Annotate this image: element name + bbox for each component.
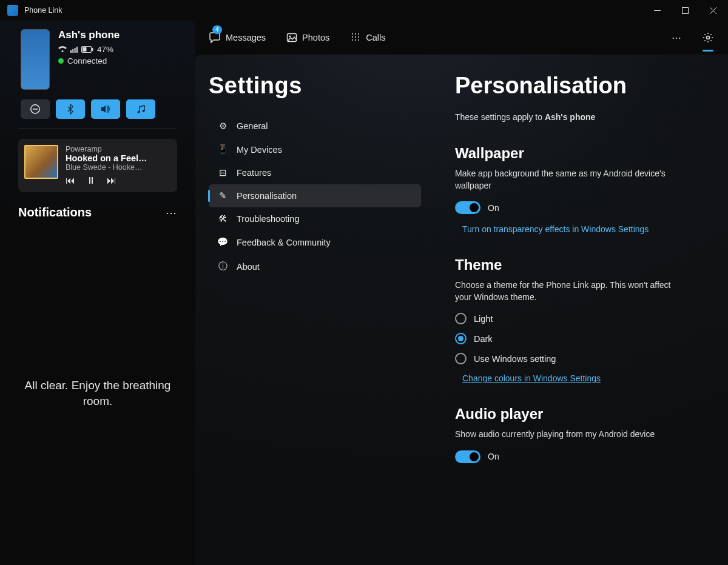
maximize-button[interactable] [671,1,699,20]
phone-status-line: 47% [58,45,120,54]
tab-photos[interactable]: Photos [281,28,334,47]
settings-pane: Personalisation These settings apply to … [438,55,728,565]
theme-desc: Choose a theme for the Phone Link app. T… [455,279,686,303]
brush-icon: ✎ [217,191,228,201]
svg-rect-1 [682,7,688,13]
phone-thumbnail[interactable] [21,29,50,90]
notifications-more-button[interactable]: ⋯ [166,206,177,219]
radio-label: Light [474,314,493,324]
next-track-button[interactable]: ⏭ [107,175,116,186]
overflow-button[interactable]: ⋯ [666,27,687,48]
connected-label: Connected [67,56,107,65]
audio-toggle-state: On [488,452,499,461]
theme-radio-light[interactable]: Light [455,313,704,324]
tab-messages[interactable]: 4 Messages [204,28,271,47]
wallpaper-toggle-state: On [488,203,499,213]
wallpaper-link[interactable]: Turn on transparency effects in Windows … [462,224,649,234]
svg-point-15 [143,110,145,112]
wallpaper-desc: Make app background the same as my Andro… [455,168,686,192]
nav-item-feedback[interactable]: 💬Feedback & Community [209,230,421,254]
svg-rect-5 [70,50,72,53]
tab-calls[interactable]: Calls [345,28,390,47]
nav-item-features[interactable]: ⊟Features [209,161,421,184]
media-card[interactable]: Poweramp Hooked on a Feel… Blue Swede - … [18,139,177,192]
svg-rect-7 [75,48,76,53]
tab-calls-label: Calls [366,33,385,42]
music-button[interactable] [126,99,155,119]
nav-item-troubleshooting[interactable]: 🛠Troubleshooting [209,207,421,230]
audio-desc: Show audio currently playing from my And… [455,429,686,441]
svg-point-21 [352,36,353,38]
svg-rect-8 [76,47,78,53]
svg-point-17 [289,36,291,38]
theme-link[interactable]: Change colours in Windows Settings [462,373,601,383]
sidebar-divider [18,129,177,129]
audio-toggle[interactable] [455,450,480,463]
settings-nav: Settings ⚙General 📱My Devices ⊟Features … [195,55,438,565]
app-title: Phone Link [24,6,643,15]
svg-point-19 [355,33,356,35]
title-bar: Phone Link [0,0,728,21]
media-artist: Blue Swede - Hooke… [66,163,171,172]
phone-name: Ash's phone [58,29,120,41]
nav-item-general[interactable]: ⚙General [209,115,421,138]
apply-note: These settings apply to Ash's phone [455,112,704,122]
messages-badge: 4 [212,25,222,34]
troubleshoot-icon: 🛠 [217,214,228,224]
close-button[interactable] [699,1,727,20]
section-wallpaper: Wallpaper Make app background the same a… [455,141,704,235]
nav-item-devices[interactable]: 📱My Devices [209,138,421,161]
svg-point-26 [358,39,359,41]
settings-button[interactable] [698,27,718,48]
media-title: Hooked on a Feel… [66,153,171,163]
dnd-button[interactable] [21,99,50,119]
connected-dot-icon [58,58,64,64]
nav-item-label: Personalisation [237,191,297,201]
phone-icon: 📱 [217,144,228,155]
nav-item-label: General [237,121,268,131]
apply-note-device: Ash's phone [545,112,595,122]
battery-icon [81,46,93,53]
svg-point-20 [358,33,359,35]
phone-connected-row: Connected [58,56,120,65]
svg-rect-11 [92,48,93,51]
wifi-icon [58,46,67,53]
bluetooth-button[interactable] [56,99,85,119]
svg-point-27 [707,36,710,39]
theme-heading: Theme [455,253,704,273]
svg-point-24 [352,39,353,41]
album-art [24,145,58,179]
battery-text: 47% [97,45,113,54]
nav-item-personalisation[interactable]: ✎Personalisation [209,184,421,207]
feedback-icon: 💬 [217,237,228,247]
svg-point-22 [355,36,356,38]
wallpaper-toggle[interactable] [455,201,480,214]
features-icon: ⊟ [217,168,228,178]
svg-point-18 [352,33,353,35]
phone-block: Ash's phone 47% Connected [0,29,195,90]
volume-button[interactable] [91,99,120,119]
gear-icon: ⚙ [217,121,228,131]
prev-track-button[interactable]: ⏮ [66,175,75,186]
window-controls [643,1,727,20]
theme-radio-system[interactable]: Use Windows setting [455,353,704,364]
pause-button[interactable]: ⏸ [86,175,96,186]
top-bar: 4 Messages Photos Calls ⋯ [195,21,728,55]
tab-messages-label: Messages [226,33,266,42]
nav-item-label: About [237,262,260,272]
svg-point-4 [61,50,63,52]
section-audio: Audio player Show audio currently playin… [455,402,704,463]
notifications-empty-text: All clear. Enjoy the breathing room. [0,222,195,565]
pane-title: Personalisation [455,73,704,99]
nav-item-about[interactable]: ⓘAbout [209,254,421,279]
calls-icon [350,32,361,43]
signal-icon [70,46,78,53]
svg-point-14 [138,111,140,113]
nav-item-label: Troubleshooting [237,214,299,224]
settings-title: Settings [209,73,438,99]
photos-icon [286,32,297,43]
theme-radio-dark[interactable]: Dark [455,333,704,344]
tab-photos-label: Photos [302,33,329,42]
sidebar: Ash's phone 47% Connected [0,21,195,565]
minimize-button[interactable] [643,1,671,20]
